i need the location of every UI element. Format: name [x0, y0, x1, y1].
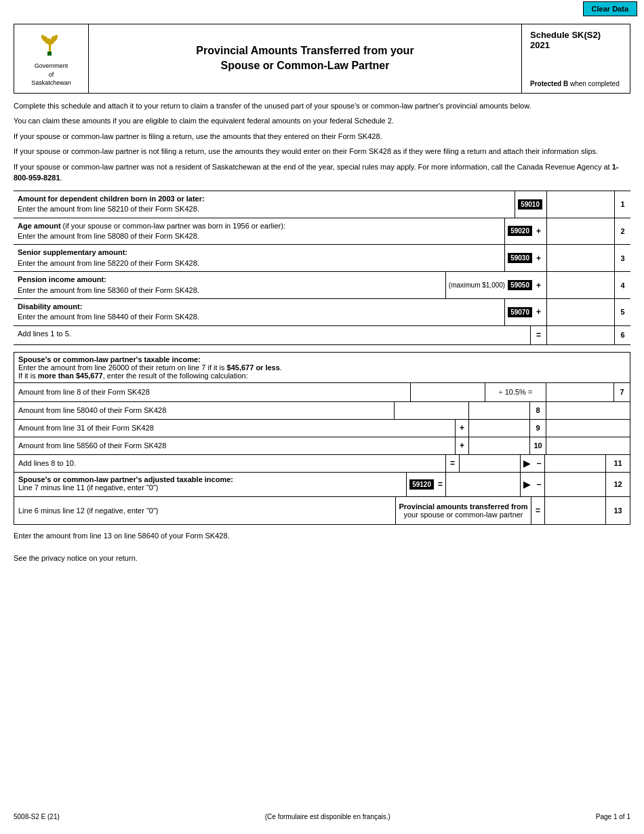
line-13-row: Line 6 minus line 12 (if negative, enter…: [14, 497, 630, 524]
footer-center: (Ce formulaire est disponible en françai…: [265, 813, 390, 820]
line-9-number: 9: [529, 420, 546, 437]
line-7-divider: ÷ 10.5% =: [485, 383, 546, 401]
line13-note: Enter the amount from line 13 on line 58…: [14, 530, 630, 542]
line-11-result-col: [544, 455, 605, 472]
protected-text: Protected B when completed: [530, 80, 620, 87]
line-9-right-spacer: [546, 420, 613, 437]
line-13-input[interactable]: [545, 505, 605, 516]
line-11-row: Add lines 8 to 10. = ▶ – 11: [14, 455, 630, 473]
line-5-operator: +: [534, 306, 544, 318]
line-4-label: Pension income amount: Enter the amount …: [14, 272, 445, 298]
line-9-input[interactable]: [469, 422, 529, 433]
intro-para1: Complete this schedule and attach it to …: [14, 100, 630, 112]
line-8-spacer: [468, 402, 529, 419]
line-13-number: 13: [605, 497, 630, 524]
line-8-input[interactable]: [395, 405, 468, 416]
line-12-row: Spouse's or common-law partner's adjuste…: [14, 473, 630, 497]
line-10-right-spacer: [546, 437, 613, 454]
line-11-label: Add lines 8 to 10.: [14, 455, 445, 472]
line-1-number: 1: [614, 191, 630, 218]
line-10-row: Amount from line 58560 of their Form SK4…: [14, 437, 630, 455]
line-4-row: Pension income amount: Enter the amount …: [14, 272, 630, 299]
line-2-input[interactable]: [546, 218, 614, 245]
line-12-code: 59120: [409, 479, 434, 490]
schedule-area: Schedule SK(S2) 2021 Protected B when co…: [521, 24, 630, 93]
line-3-row: Senior supplementary amount: Enter the a…: [14, 245, 630, 272]
spouse-section-border: Spouse's or common-law partner's taxable…: [14, 352, 630, 525]
line-10-input[interactable]: [469, 440, 529, 451]
intro-para3: If your spouse or common-law partner is …: [14, 131, 630, 142]
logo-text: Government of Saskatchewan: [31, 62, 71, 87]
line-12-input-col: [445, 473, 520, 496]
line-6-row: Add lines 1 to 5. = 6: [14, 326, 630, 345]
line-7-input-col: [410, 383, 485, 401]
line-1-row: Amount for dependent children born in 20…: [14, 191, 630, 218]
form-lines-section: Amount for dependent children born in 20…: [14, 191, 630, 345]
line-11-sum-input[interactable]: [460, 458, 520, 469]
line-12-arrow: ▶: [520, 473, 534, 496]
line-8-number: 8: [529, 402, 546, 419]
line-5-row: Disability amount: Enter the amount from…: [14, 299, 630, 326]
government-logo-icon: [38, 30, 65, 60]
line-11-op: =: [445, 455, 459, 472]
line-7-left-input[interactable]: [411, 386, 485, 397]
line-9-input-col: [468, 420, 529, 437]
line-12-number: 12: [605, 473, 630, 496]
line-2-operator: +: [534, 225, 544, 237]
form-header: Government of Saskatchewan Provincial Am…: [14, 24, 630, 94]
line-5-input[interactable]: [546, 299, 614, 325]
line-1-input[interactable]: [546, 191, 614, 218]
line-12-result-input[interactable]: [545, 479, 605, 490]
line-4-code: 59050: [508, 280, 532, 290]
line-9-row: Amount from line 31 of their Form SK428 …: [14, 420, 630, 437]
line-6-input[interactable]: [546, 326, 614, 344]
line-11-result-input[interactable]: [545, 458, 605, 469]
spouse-section: Spouse's or common-law partner's taxable…: [14, 352, 630, 525]
line-8-input-col: [394, 402, 468, 419]
intro-section: Complete this schedule and attach it to …: [14, 100, 630, 184]
line-11-number: 11: [605, 455, 630, 472]
line-13-eq: =: [531, 497, 544, 524]
line-9-op: +: [455, 420, 468, 437]
line-7-result-input[interactable]: [546, 386, 613, 397]
footer-notes: Enter the amount from line 13 on line 58…: [14, 530, 630, 564]
clear-data-button[interactable]: Clear Data: [583, 1, 637, 16]
line-3-code-area: 59030 +: [504, 245, 546, 271]
line-5-code-area: 59070 +: [504, 299, 546, 325]
line-2-label: Age amount (if your spouse or common-law…: [14, 218, 504, 245]
line-12-dash: –: [534, 473, 544, 496]
line-6-eq-area: =: [530, 326, 546, 344]
line-4-max-label: (maximum $1,000): [449, 281, 505, 289]
line-11-arrow: ▶: [520, 455, 534, 472]
line-10-end-spacer: [613, 437, 630, 454]
line-3-operator: +: [534, 252, 544, 264]
line-2-code: 59020: [508, 226, 532, 236]
line-1-label: Amount for dependent children born in 20…: [14, 191, 515, 218]
line-5-code: 59070: [508, 307, 532, 317]
line-8-right-spacer: [546, 402, 613, 419]
line-13-result-col: [544, 497, 605, 524]
line-2-row: Age amount (if your spouse or common-law…: [14, 218, 630, 245]
intro-para2: You can claim these amounts if you are e…: [14, 115, 630, 127]
line-12-label: Spouse's or common-law partner's adjuste…: [14, 473, 406, 496]
line-9-label: Amount from line 31 of their Form SK428: [14, 420, 455, 437]
line-3-input[interactable]: [546, 245, 614, 271]
schedule-label: Schedule SK(S2) 2021: [530, 30, 601, 50]
line-8-row: Amount from line 58040 of their Form SK4…: [14, 402, 630, 420]
line-6-label: Add lines 1 to 5.: [14, 326, 530, 344]
logo-area: Government of Saskatchewan: [14, 24, 89, 93]
line-11-sum-col: [459, 455, 520, 472]
line-12-code-area: 59120 =: [406, 473, 445, 496]
line-13-center-text: Provincial amounts transferred from your…: [395, 497, 531, 524]
intro-para5: If your spouse or common-law partner was…: [14, 161, 630, 184]
line-7-result-col: [546, 383, 613, 401]
line-5-number: 5: [614, 299, 630, 325]
line-6-operator: =: [534, 329, 544, 341]
line-4-number: 4: [614, 272, 630, 298]
spouse-header-text: Spouse's or common-law partner's taxable…: [14, 353, 630, 383]
line-4-input[interactable]: [546, 272, 614, 298]
line-4-code-area: (maximum $1,000) 59050 +: [445, 272, 546, 298]
line-3-label: Senior supplementary amount: Enter the a…: [14, 245, 504, 271]
form-title: Provincial Amounts Transferred from your…: [196, 43, 414, 74]
line-12-input[interactable]: [446, 479, 520, 490]
